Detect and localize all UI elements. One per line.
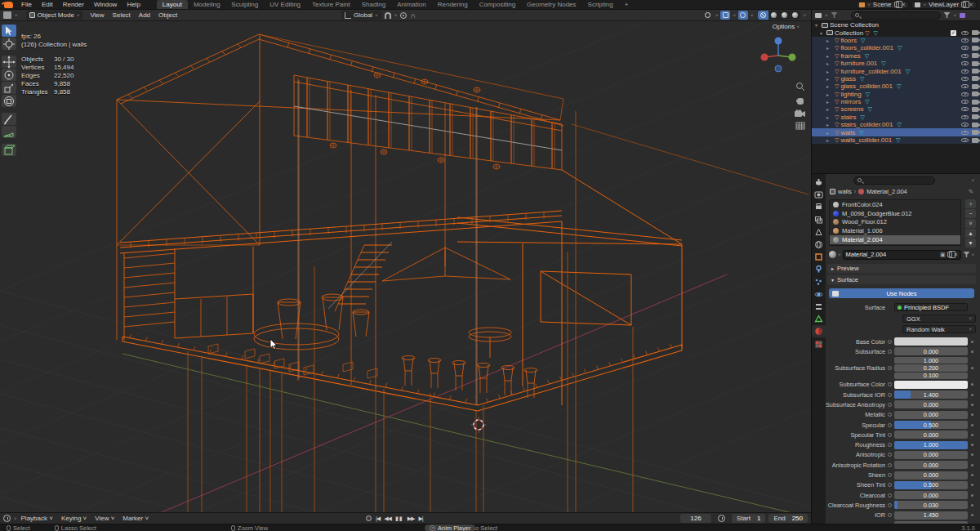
prop-slider[interactable]: 0.000	[894, 400, 968, 408]
disable-render-icon[interactable]	[972, 76, 978, 81]
outliner-row-stairs[interactable]: ▸▽stairs▽	[812, 114, 980, 121]
disable-render-icon[interactable]	[972, 107, 978, 112]
hide-eye-icon[interactable]	[961, 84, 969, 88]
breadcrumb-object[interactable]: walls	[838, 188, 852, 195]
annotate-tool-button[interactable]	[2, 113, 16, 125]
animate-dot[interactable]	[888, 366, 892, 370]
timeline-menu-playback[interactable]: Playback ˅	[17, 515, 57, 522]
collection-checkbox[interactable]: ✓	[951, 30, 956, 36]
add-cube-tool-button[interactable]	[2, 144, 16, 156]
pan-hand-icon[interactable]	[795, 96, 805, 105]
timeline-menu-marker[interactable]: Marker ˅	[118, 515, 153, 522]
animate-dot[interactable]	[888, 403, 892, 407]
properties-tab-output[interactable]	[812, 201, 826, 213]
prop-slider[interactable]: 0.000	[894, 471, 968, 480]
rotate-tool-button[interactable]	[2, 69, 16, 81]
tab-uv-editing[interactable]: UV Editing	[264, 0, 306, 9]
disable-render-icon[interactable]	[972, 38, 978, 42]
outliner-search-input[interactable]	[851, 11, 941, 20]
timeline-menu-view[interactable]: View ˅	[91, 515, 118, 522]
menu-help[interactable]: Help	[122, 1, 145, 8]
show-overlays-icon[interactable]	[720, 11, 730, 20]
wireframe-shading-button[interactable]	[758, 11, 768, 20]
navigation-gizmo[interactable]	[757, 34, 800, 77]
mode-dropdown[interactable]: Object Mode ˅	[26, 11, 83, 20]
new-viewlayer-icon[interactable]	[961, 2, 966, 7]
solid-shading-button[interactable]	[768, 11, 779, 20]
jump-end-button[interactable]: ▶|	[418, 515, 422, 522]
snap-magnet-icon[interactable]	[385, 12, 391, 19]
timeline-menu-keying[interactable]: Keying ˅	[57, 515, 91, 522]
animate-dot[interactable]	[888, 443, 892, 447]
sss-method-dropdown[interactable]: Random Walk˅	[902, 325, 976, 333]
cursor-tool-button[interactable]	[2, 38, 16, 50]
frame-end-field[interactable]: End250	[768, 514, 808, 523]
jump-start-button[interactable]: |◀	[376, 515, 380, 522]
material-name-field[interactable]: Material_2.004 ▣✕	[843, 250, 962, 260]
rendered-shading-button[interactable]	[790, 11, 800, 20]
hide-eye-icon[interactable]	[961, 77, 969, 81]
material-slot-material-2-004[interactable]: Material_2.004	[830, 235, 960, 244]
prop-slider[interactable]: 0.000	[894, 451, 968, 459]
hide-eye-icon[interactable]	[961, 54, 969, 58]
pin-icon[interactable]: ✎	[969, 188, 973, 195]
properties-tab-world[interactable]	[812, 239, 826, 251]
options-dropdown[interactable]: Options ˅	[773, 23, 800, 30]
outliner-row-lighting[interactable]: ▸▽lighting▽	[812, 91, 980, 98]
properties-options-icon[interactable]: ˅	[971, 178, 974, 183]
disable-render-icon[interactable]	[972, 84, 978, 89]
viewlayer-selector[interactable]: ˅ ViewLayer ✕	[911, 1, 977, 9]
properties-tab-particles[interactable]	[812, 276, 826, 288]
tab-rendering[interactable]: Rendering	[432, 0, 474, 9]
outliner-row-glass[interactable]: ▸▽glass▽	[812, 75, 980, 83]
prop-slider[interactable]: 1.400	[894, 390, 968, 399]
properties-tab-render[interactable]	[812, 189, 826, 201]
use-nodes-button[interactable]: Use Nodes	[829, 288, 974, 298]
viewport-menu-add[interactable]: Add	[135, 11, 154, 19]
surface-shader-field[interactable]: Principled BSDF	[894, 303, 968, 311]
prop-slider[interactable]: 0.000	[894, 461, 968, 469]
hide-eye-icon[interactable]	[961, 69, 969, 74]
material-specials-icon[interactable]	[963, 252, 969, 257]
properties-tab-physics[interactable]	[812, 288, 826, 301]
outliner-row-scene-collection[interactable]: ▾Scene Collection	[812, 21, 980, 29]
material-shading-button[interactable]	[779, 11, 790, 20]
show-gizmo-icon[interactable]	[703, 11, 713, 20]
menu-edit[interactable]: Edit	[37, 1, 58, 8]
properties-tab-data[interactable]	[812, 313, 826, 325]
menu-window[interactable]: Window	[89, 1, 122, 8]
disable-render-icon[interactable]	[972, 123, 978, 127]
color-swatch[interactable]	[894, 381, 968, 389]
hide-eye-icon[interactable]	[961, 123, 969, 127]
animate-dot[interactable]	[888, 350, 892, 354]
prop-slider[interactable]: 0.000	[894, 347, 968, 355]
disable-render-icon[interactable]	[972, 46, 978, 51]
current-frame-field[interactable]: 126	[680, 514, 711, 523]
anim-player-chip[interactable]: ✕ Anim Player	[425, 524, 475, 531]
outliner-row-glass-collider-001[interactable]: ▸▽glass_collider.001▽	[812, 83, 980, 90]
material-slot-frontcolor-024[interactable]: FrontColor.024	[830, 200, 960, 209]
prop-slider[interactable]: 1.000	[894, 441, 968, 449]
prop-slider[interactable]: 0.500	[894, 421, 968, 429]
outliner-row-screens[interactable]: ▸▽screens▽	[812, 105, 980, 113]
stop-player-icon[interactable]: ✕	[430, 525, 435, 531]
ortho-grid-icon[interactable]	[795, 122, 805, 130]
hide-eye-icon[interactable]	[961, 61, 969, 65]
prop-slider[interactable]: 1.450	[894, 511, 968, 520]
animate-dot[interactable]	[888, 473, 892, 477]
outliner-filter-mode-icon[interactable]	[831, 12, 838, 18]
tab-layout[interactable]: Layout	[157, 0, 188, 9]
select-box-tool-button[interactable]	[2, 25, 16, 37]
scale-tool-button[interactable]	[2, 82, 16, 94]
properties-tab-constraints[interactable]	[812, 301, 826, 313]
distribution-dropdown[interactable]: GGX˅	[902, 315, 976, 323]
tab-texture-paint[interactable]: Texture Paint	[306, 0, 356, 9]
prop-multi-field[interactable]: 1.0000.2000.100	[894, 357, 968, 379]
disable-render-icon[interactable]	[972, 130, 978, 135]
3d-viewport[interactable]: fps: 26 (126) Collection | walls Objects…	[0, 21, 811, 512]
tab-scripting[interactable]: Scripting	[582, 0, 619, 9]
material-slot-m-0098-dodgerblue-012[interactable]: M_0098_DodgerBlue.012	[830, 209, 960, 218]
move-tool-button[interactable]	[2, 56, 16, 68]
blender-logo-icon[interactable]	[4, 2, 13, 8]
outliner-row-stairs-collider-001[interactable]: ▸▽stairs_collider.001▽	[812, 121, 980, 128]
